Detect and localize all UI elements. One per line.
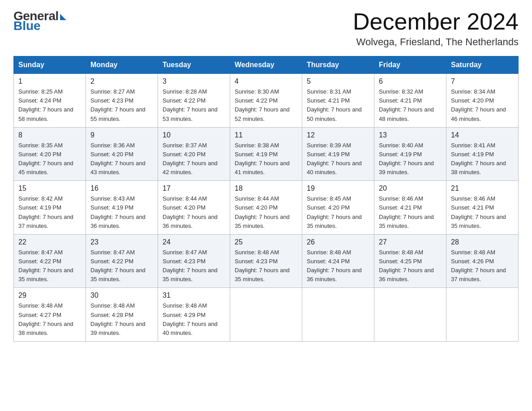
weekday-header-thursday: Thursday <box>302 56 374 74</box>
title-block: December 2024 Wolvega, Friesland, The Ne… <box>353 9 519 48</box>
day-info: Sunrise: 8:47 AMSunset: 4:23 PMDaylight:… <box>163 249 218 283</box>
weekday-header-tuesday: Tuesday <box>158 56 230 74</box>
day-info: Sunrise: 8:34 AMSunset: 4:20 PMDaylight:… <box>451 88 506 122</box>
calendar-day-22: 22 Sunrise: 8:47 AMSunset: 4:22 PMDaylig… <box>14 234 86 288</box>
day-number: 2 <box>90 77 153 86</box>
day-number: 5 <box>307 77 369 86</box>
calendar-day-21: 21 Sunrise: 8:46 AMSunset: 4:21 PMDaylig… <box>446 181 519 235</box>
weekday-header-sunday: Sunday <box>14 56 86 74</box>
calendar-day-27: 27 Sunrise: 8:48 AMSunset: 4:25 PMDaylig… <box>374 234 446 288</box>
day-info: Sunrise: 8:42 AMSunset: 4:19 PMDaylight:… <box>18 195 73 229</box>
day-number: 21 <box>451 184 514 193</box>
day-info: Sunrise: 8:48 AMSunset: 4:24 PMDaylight:… <box>307 249 362 283</box>
calendar-day-11: 11 Sunrise: 8:38 AMSunset: 4:19 PMDaylig… <box>230 127 302 181</box>
day-info: Sunrise: 8:30 AMSunset: 4:22 PMDaylight:… <box>235 88 290 122</box>
day-number: 11 <box>235 131 297 139</box>
day-number: 20 <box>379 184 442 193</box>
day-number: 14 <box>451 131 514 139</box>
day-info: Sunrise: 8:48 AMSunset: 4:25 PMDaylight:… <box>379 249 434 283</box>
day-number: 8 <box>18 131 81 139</box>
day-number: 30 <box>90 291 153 300</box>
page-header: General Blue December 2024 Wolvega, Frie… <box>13 9 519 48</box>
calendar-day-19: 19 Sunrise: 8:45 AMSunset: 4:20 PMDaylig… <box>302 181 374 235</box>
day-info: Sunrise: 8:28 AMSunset: 4:22 PMDaylight:… <box>163 88 218 122</box>
calendar-day-9: 9 Sunrise: 8:36 AMSunset: 4:20 PMDayligh… <box>86 127 158 181</box>
day-number: 9 <box>90 131 153 139</box>
calendar-day-8: 8 Sunrise: 8:35 AMSunset: 4:20 PMDayligh… <box>14 127 86 181</box>
day-info: Sunrise: 8:48 AMSunset: 4:27 PMDaylight:… <box>18 302 73 336</box>
calendar-day-1: 1 Sunrise: 8:25 AMSunset: 4:24 PMDayligh… <box>14 74 86 128</box>
day-info: Sunrise: 8:48 AMSunset: 4:26 PMDaylight:… <box>451 249 506 283</box>
weekday-header-wednesday: Wednesday <box>230 56 302 74</box>
day-number: 4 <box>235 77 297 86</box>
calendar-day-24: 24 Sunrise: 8:47 AMSunset: 4:23 PMDaylig… <box>158 234 230 288</box>
calendar-day-4: 4 Sunrise: 8:30 AMSunset: 4:22 PMDayligh… <box>230 74 302 128</box>
day-number: 15 <box>18 184 81 193</box>
day-number: 3 <box>163 77 225 86</box>
empty-cell <box>374 288 446 342</box>
calendar-day-6: 6 Sunrise: 8:32 AMSunset: 4:21 PMDayligh… <box>374 74 446 128</box>
day-number: 26 <box>307 238 369 246</box>
day-info: Sunrise: 8:35 AMSunset: 4:20 PMDaylight:… <box>18 142 73 176</box>
logo: General Blue <box>13 9 66 33</box>
day-info: Sunrise: 8:38 AMSunset: 4:19 PMDaylight:… <box>235 142 290 176</box>
calendar-week-2: 8 Sunrise: 8:35 AMSunset: 4:20 PMDayligh… <box>14 127 519 181</box>
weekday-header-monday: Monday <box>86 56 158 74</box>
day-number: 13 <box>379 131 442 139</box>
day-number: 12 <box>307 131 369 139</box>
weekday-header-friday: Friday <box>374 56 446 74</box>
day-info: Sunrise: 8:45 AMSunset: 4:20 PMDaylight:… <box>307 195 362 229</box>
day-number: 29 <box>18 291 81 300</box>
empty-cell <box>302 288 374 342</box>
day-number: 10 <box>163 131 225 139</box>
day-number: 7 <box>451 77 514 86</box>
calendar-day-7: 7 Sunrise: 8:34 AMSunset: 4:20 PMDayligh… <box>446 74 519 128</box>
day-info: Sunrise: 8:40 AMSunset: 4:19 PMDaylight:… <box>379 142 434 176</box>
day-number: 6 <box>379 77 442 86</box>
weekday-header-saturday: Saturday <box>446 56 519 74</box>
day-number: 31 <box>163 291 225 300</box>
calendar-day-26: 26 Sunrise: 8:48 AMSunset: 4:24 PMDaylig… <box>302 234 374 288</box>
calendar-day-28: 28 Sunrise: 8:48 AMSunset: 4:26 PMDaylig… <box>446 234 519 288</box>
day-number: 27 <box>379 238 442 246</box>
calendar-day-25: 25 Sunrise: 8:48 AMSunset: 4:23 PMDaylig… <box>230 234 302 288</box>
calendar-day-23: 23 Sunrise: 8:47 AMSunset: 4:22 PMDaylig… <box>86 234 158 288</box>
day-info: Sunrise: 8:39 AMSunset: 4:19 PMDaylight:… <box>307 142 362 176</box>
calendar-header-row: SundayMondayTuesdayWednesdayThursdayFrid… <box>14 56 519 74</box>
day-number: 28 <box>451 238 514 246</box>
day-number: 17 <box>163 184 225 193</box>
calendar-day-15: 15 Sunrise: 8:42 AMSunset: 4:19 PMDaylig… <box>14 181 86 235</box>
day-number: 25 <box>235 238 297 246</box>
calendar-day-16: 16 Sunrise: 8:43 AMSunset: 4:19 PMDaylig… <box>86 181 158 235</box>
day-info: Sunrise: 8:44 AMSunset: 4:20 PMDaylight:… <box>235 195 290 229</box>
calendar-week-3: 15 Sunrise: 8:42 AMSunset: 4:19 PMDaylig… <box>14 181 519 235</box>
calendar-day-20: 20 Sunrise: 8:46 AMSunset: 4:21 PMDaylig… <box>374 181 446 235</box>
calendar-week-5: 29 Sunrise: 8:48 AMSunset: 4:27 PMDaylig… <box>14 288 519 342</box>
day-info: Sunrise: 8:46 AMSunset: 4:21 PMDaylight:… <box>379 195 434 229</box>
calendar-day-31: 31 Sunrise: 8:48 AMSunset: 4:29 PMDaylig… <box>158 288 230 342</box>
calendar-week-1: 1 Sunrise: 8:25 AMSunset: 4:24 PMDayligh… <box>14 74 519 128</box>
calendar-day-10: 10 Sunrise: 8:37 AMSunset: 4:20 PMDaylig… <box>158 127 230 181</box>
calendar-table: SundayMondayTuesdayWednesdayThursdayFrid… <box>13 56 519 342</box>
day-info: Sunrise: 8:48 AMSunset: 4:29 PMDaylight:… <box>163 302 218 336</box>
logo-arrow-icon <box>60 14 66 20</box>
day-number: 19 <box>307 184 369 193</box>
calendar-day-2: 2 Sunrise: 8:27 AMSunset: 4:23 PMDayligh… <box>86 74 158 128</box>
day-info: Sunrise: 8:48 AMSunset: 4:28 PMDaylight:… <box>90 302 146 336</box>
day-number: 1 <box>18 77 81 86</box>
calendar-day-12: 12 Sunrise: 8:39 AMSunset: 4:19 PMDaylig… <box>302 127 374 181</box>
logo-blue-text: Blue <box>13 19 41 33</box>
day-info: Sunrise: 8:27 AMSunset: 4:23 PMDaylight:… <box>90 88 146 122</box>
calendar-day-17: 17 Sunrise: 8:44 AMSunset: 4:20 PMDaylig… <box>158 181 230 235</box>
location-title: Wolvega, Friesland, The Netherlands <box>353 36 519 48</box>
day-number: 16 <box>90 184 153 193</box>
day-number: 22 <box>18 238 81 246</box>
day-info: Sunrise: 8:48 AMSunset: 4:23 PMDaylight:… <box>235 249 290 283</box>
day-number: 23 <box>90 238 153 246</box>
day-info: Sunrise: 8:43 AMSunset: 4:19 PMDaylight:… <box>90 195 146 229</box>
empty-cell <box>230 288 302 342</box>
day-info: Sunrise: 8:47 AMSunset: 4:22 PMDaylight:… <box>18 249 73 283</box>
calendar-day-30: 30 Sunrise: 8:48 AMSunset: 4:28 PMDaylig… <box>86 288 158 342</box>
calendar-week-4: 22 Sunrise: 8:47 AMSunset: 4:22 PMDaylig… <box>14 234 519 288</box>
day-info: Sunrise: 8:44 AMSunset: 4:20 PMDaylight:… <box>163 195 218 229</box>
